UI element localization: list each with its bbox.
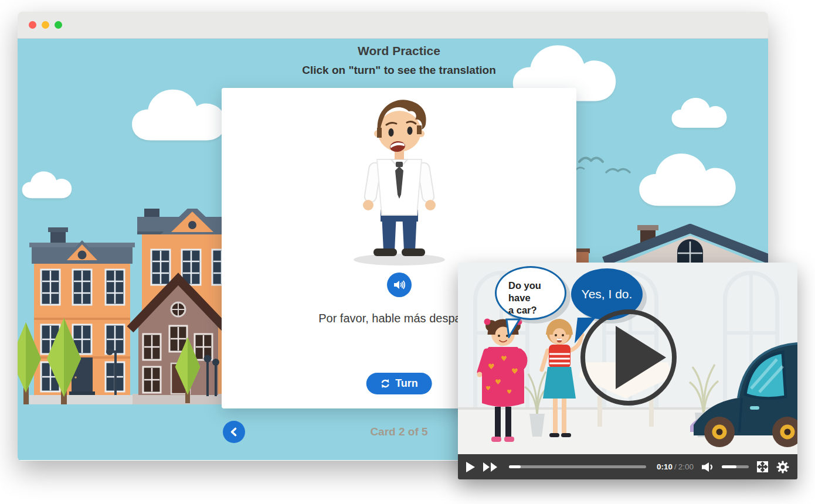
window-titlebar (18, 12, 768, 39)
svg-text:♥: ♥ (488, 362, 495, 371)
svg-text:♥: ♥ (501, 355, 507, 363)
volume-icon (701, 462, 714, 472)
table-leg (649, 396, 654, 427)
fast-forward-button[interactable] (483, 462, 498, 472)
zoom-button[interactable] (55, 21, 62, 29)
cloud (636, 147, 739, 209)
car-illustration (689, 331, 797, 454)
city-right-illustration (575, 224, 768, 264)
svg-text:♥: ♥ (511, 367, 518, 376)
progress-played (509, 465, 521, 468)
fullscreen-icon (756, 461, 769, 473)
video-control-bar: 0:10/2:00 (458, 454, 797, 479)
speech-bubble-question: Do you have a car? (495, 266, 566, 320)
current-time: 0:10 (657, 462, 673, 471)
video-player: ♥♥ ♥♥ ♥♥ (458, 263, 797, 479)
speaker-icon (393, 279, 405, 291)
city-left-illustration (18, 209, 224, 404)
page-title: Word Practice (222, 44, 576, 58)
volume-button[interactable] (701, 462, 714, 472)
question-line-1: Do you have (508, 280, 565, 304)
svg-text:♥: ♥ (485, 385, 491, 391)
fullscreen-button[interactable] (756, 461, 769, 473)
duration: 2:00 (678, 462, 694, 471)
turn-button[interactable]: Turn (366, 373, 432, 394)
fast-forward-icon (483, 462, 498, 472)
answer-text: Yes, I do. (582, 287, 633, 301)
big-play-button[interactable] (580, 309, 677, 406)
building-left (29, 227, 135, 404)
volume-level (722, 465, 736, 468)
birds-illustration (576, 149, 640, 181)
sync-icon (380, 379, 390, 389)
bubble-tail (505, 318, 522, 338)
time-separator: / (674, 462, 677, 471)
time-display: 0:10/2:00 (657, 462, 694, 471)
settings-button[interactable] (776, 461, 789, 474)
play-button[interactable] (466, 462, 476, 472)
cloud (668, 94, 730, 130)
volume-slider[interactable] (722, 465, 749, 468)
svg-text:♥: ♥ (495, 378, 501, 386)
close-button[interactable] (29, 21, 36, 29)
turn-button-label: Turn (395, 377, 418, 390)
settings-gear-icon (776, 461, 789, 474)
video-scene: ♥♥ ♥♥ ♥♥ (458, 263, 797, 454)
play-icon (466, 462, 476, 472)
man-illustration (341, 94, 458, 267)
minimize-button[interactable] (42, 21, 49, 29)
table-leg (597, 396, 602, 427)
question-line-2: a car? (508, 304, 565, 316)
page-subtitle: Click on "turn" to see the translation (222, 64, 576, 77)
speaker-button[interactable] (387, 273, 412, 297)
big-play-icon (616, 326, 666, 389)
progress-bar[interactable] (509, 465, 646, 468)
svg-text:♥: ♥ (507, 389, 512, 395)
cloud (21, 167, 73, 201)
cloud (129, 80, 229, 147)
